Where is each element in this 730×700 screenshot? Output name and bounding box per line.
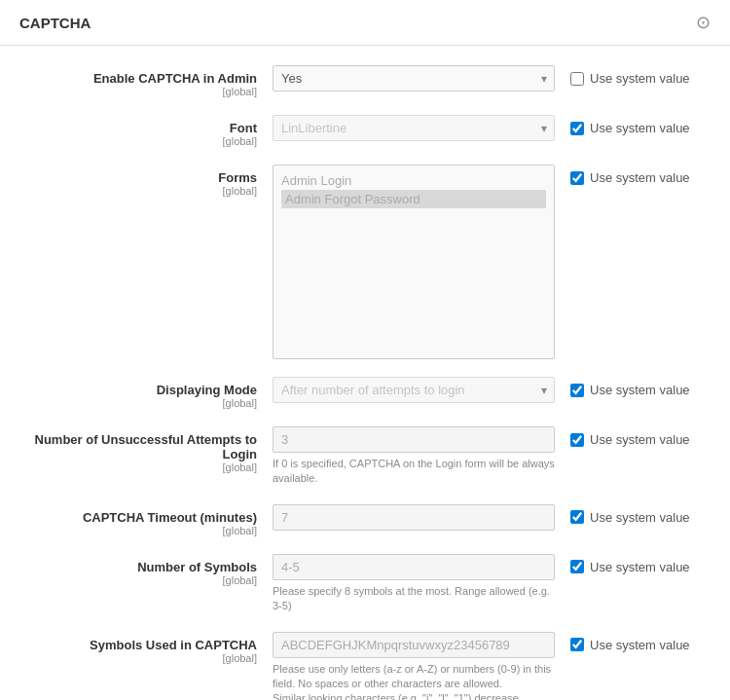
number-of-symbols-input[interactable] bbox=[273, 554, 555, 580]
captcha-timeout-label-col: CAPTCHA Timeout (minutes) [global] bbox=[19, 504, 273, 536]
enable-captcha-system-col: Use system value bbox=[555, 65, 711, 86]
displaying-mode-system-checkbox[interactable] bbox=[570, 384, 584, 397]
page-header: CAPTCHA ⊙ bbox=[0, 0, 730, 46]
font-row: Font [global] LinLibertine Use system va… bbox=[19, 115, 711, 147]
number-of-symbols-label: Number of Symbols bbox=[19, 560, 257, 574]
number-of-symbols-system-text: Use system value bbox=[590, 560, 690, 574]
forms-control: Admin Login Admin Forgot Password bbox=[273, 165, 555, 359]
captcha-timeout-system-text: Use system value bbox=[590, 510, 690, 525]
font-system-col: Use system value bbox=[555, 115, 711, 135]
number-of-symbols-system-label[interactable]: Use system value bbox=[570, 560, 690, 574]
font-global: [global] bbox=[19, 135, 257, 147]
unsuccessful-attempts-control: If 0 is specified, CAPTCHA on the Login … bbox=[273, 426, 555, 487]
forms-row: Forms [global] Admin Login Admin Forgot … bbox=[19, 165, 711, 359]
number-of-symbols-global: [global] bbox=[19, 574, 257, 586]
unsuccessful-attempts-hint: If 0 is specified, CAPTCHA on the Login … bbox=[273, 457, 555, 487]
forms-global: [global] bbox=[19, 185, 257, 197]
forms-system-text: Use system value bbox=[590, 170, 690, 185]
number-of-symbols-hint: Please specify 8 symbols at the most. Ra… bbox=[273, 584, 555, 614]
enable-captcha-system-checkbox[interactable] bbox=[570, 72, 584, 86]
unsuccessful-attempts-row: Number of Unsuccessful Attempts to Login… bbox=[19, 426, 711, 487]
number-of-symbols-control: Please specify 8 symbols at the most. Ra… bbox=[273, 554, 555, 614]
enable-captcha-system-label[interactable]: Use system value bbox=[570, 71, 690, 86]
unsuccessful-attempts-system-col: Use system value bbox=[555, 426, 711, 447]
symbols-used-system-checkbox[interactable] bbox=[570, 638, 584, 651]
captcha-timeout-system-label[interactable]: Use system value bbox=[570, 510, 690, 525]
font-label: Font bbox=[19, 121, 257, 135]
captcha-settings-form: Enable CAPTCHA in Admin [global] Yes No … bbox=[0, 46, 730, 700]
symbols-used-system-col: Use system value bbox=[555, 632, 711, 652]
unsuccessful-attempts-label-col: Number of Unsuccessful Attempts to Login… bbox=[19, 426, 273, 473]
forms-label: Forms bbox=[19, 170, 257, 185]
font-label-col: Font [global] bbox=[19, 115, 273, 147]
enable-captcha-label-col: Enable CAPTCHA in Admin [global] bbox=[19, 65, 273, 97]
number-of-symbols-row: Number of Symbols [global] Please specif… bbox=[19, 554, 711, 614]
page-title: CAPTCHA bbox=[19, 15, 91, 31]
forms-system-label[interactable]: Use system value bbox=[570, 170, 690, 185]
font-system-checkbox[interactable] bbox=[570, 122, 584, 135]
displaying-mode-label-col: Displaying Mode [global] bbox=[19, 377, 273, 409]
displaying-mode-global: [global] bbox=[19, 397, 257, 409]
displaying-mode-system-text: Use system value bbox=[590, 383, 690, 397]
forms-system-col: Use system value bbox=[555, 165, 711, 185]
captcha-timeout-control bbox=[273, 504, 555, 531]
forms-item-admin-forgot-password[interactable]: Admin Forgot Password bbox=[281, 190, 546, 208]
symbols-used-label: Symbols Used in CAPTCHA bbox=[19, 638, 257, 652]
displaying-mode-control: After number of attempts to login Always bbox=[273, 377, 555, 403]
symbols-used-system-label[interactable]: Use system value bbox=[570, 638, 690, 652]
symbols-used-control: Please use only letters (a-z or A-Z) or … bbox=[273, 632, 555, 700]
displaying-mode-system-col: Use system value bbox=[555, 377, 711, 397]
displaying-mode-row: Displaying Mode [global] After number of… bbox=[19, 377, 711, 409]
unsuccessful-attempts-global: [global] bbox=[19, 461, 257, 473]
font-system-text: Use system value bbox=[590, 121, 690, 135]
captcha-timeout-row: CAPTCHA Timeout (minutes) [global] Use s… bbox=[19, 504, 711, 536]
captcha-timeout-system-col: Use system value bbox=[555, 504, 711, 525]
font-control: LinLibertine bbox=[273, 115, 555, 141]
captcha-timeout-input[interactable] bbox=[273, 504, 555, 531]
enable-captcha-global: [global] bbox=[19, 86, 257, 97]
font-select-wrapper: LinLibertine bbox=[273, 115, 555, 141]
symbols-used-hint: Please use only letters (a-z or A-Z) or … bbox=[273, 662, 555, 700]
enable-captcha-select-wrapper: Yes No bbox=[273, 65, 555, 92]
enable-captcha-system-text: Use system value bbox=[590, 71, 690, 86]
displaying-mode-select-wrapper: After number of attempts to login Always bbox=[273, 377, 555, 403]
displaying-mode-select[interactable]: After number of attempts to login Always bbox=[273, 377, 555, 403]
captcha-timeout-global: [global] bbox=[19, 525, 257, 536]
symbols-used-input[interactable] bbox=[273, 632, 555, 658]
captcha-timeout-label: CAPTCHA Timeout (minutes) bbox=[19, 510, 257, 525]
font-select[interactable]: LinLibertine bbox=[273, 115, 555, 141]
symbols-used-label-col: Symbols Used in CAPTCHA [global] bbox=[19, 632, 273, 664]
forms-multiselect[interactable]: Admin Login Admin Forgot Password bbox=[273, 165, 555, 359]
enable-captcha-control: Yes No bbox=[273, 65, 555, 92]
forms-label-col: Forms [global] bbox=[19, 165, 273, 197]
number-of-symbols-label-col: Number of Symbols [global] bbox=[19, 554, 273, 586]
unsuccessful-attempts-system-text: Use system value bbox=[590, 432, 690, 447]
close-icon[interactable]: ⊙ bbox=[696, 12, 711, 33]
enable-captcha-label: Enable CAPTCHA in Admin bbox=[19, 71, 257, 86]
unsuccessful-attempts-input[interactable] bbox=[273, 426, 555, 453]
forms-system-checkbox[interactable] bbox=[570, 171, 584, 185]
unsuccessful-attempts-system-checkbox[interactable] bbox=[570, 433, 584, 447]
unsuccessful-attempts-system-label[interactable]: Use system value bbox=[570, 432, 690, 447]
unsuccessful-attempts-label: Number of Unsuccessful Attempts to Login bbox=[19, 432, 257, 461]
number-of-symbols-system-col: Use system value bbox=[555, 554, 711, 574]
enable-captcha-select[interactable]: Yes No bbox=[273, 65, 555, 92]
enable-captcha-row: Enable CAPTCHA in Admin [global] Yes No … bbox=[19, 65, 711, 97]
symbols-used-system-text: Use system value bbox=[590, 638, 690, 652]
displaying-mode-label: Displaying Mode bbox=[19, 383, 257, 397]
symbols-used-row: Symbols Used in CAPTCHA [global] Please … bbox=[19, 632, 711, 700]
number-of-symbols-system-checkbox[interactable] bbox=[570, 560, 584, 573]
font-system-label[interactable]: Use system value bbox=[570, 121, 690, 135]
displaying-mode-system-label[interactable]: Use system value bbox=[570, 383, 690, 397]
captcha-timeout-system-checkbox[interactable] bbox=[570, 510, 584, 524]
symbols-used-global: [global] bbox=[19, 652, 257, 664]
forms-item-admin-login[interactable]: Admin Login bbox=[281, 171, 546, 190]
